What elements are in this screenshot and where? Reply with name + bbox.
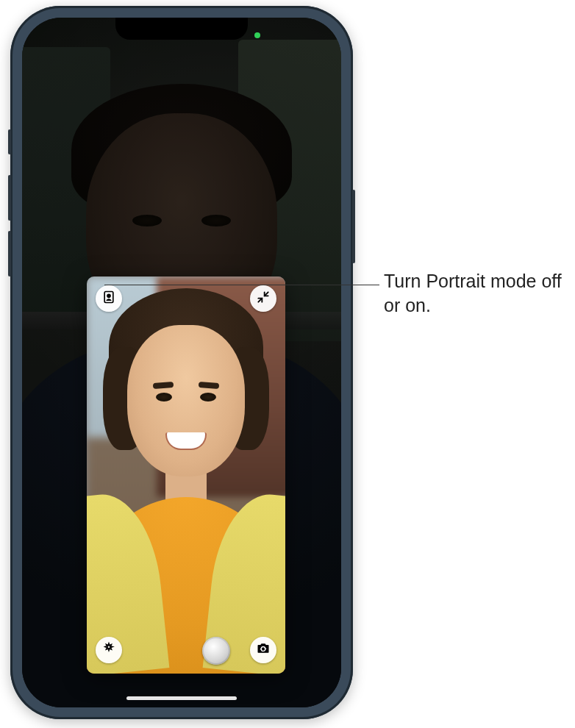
callout-text: Turn Portrait mode off or on. bbox=[384, 269, 568, 317]
flip-camera-button[interactable] bbox=[250, 637, 276, 663]
home-indicator[interactable] bbox=[126, 696, 237, 700]
shutter-button[interactable] bbox=[202, 637, 230, 665]
notch bbox=[115, 18, 248, 40]
effects-button[interactable] bbox=[96, 637, 122, 663]
callout-leader-line bbox=[104, 285, 379, 285]
mute-switch bbox=[8, 129, 11, 154]
iphone-screen bbox=[22, 18, 341, 707]
volume-up-button bbox=[8, 175, 11, 221]
camera-active-indicator bbox=[254, 32, 260, 38]
flip-camera-icon bbox=[256, 641, 271, 659]
portrait-mode-icon bbox=[101, 290, 116, 307]
portrait-mode-button[interactable] bbox=[96, 285, 122, 312]
volume-down-button bbox=[8, 231, 11, 276]
svg-point-2 bbox=[107, 646, 110, 649]
effects-icon bbox=[101, 641, 116, 659]
svg-point-1 bbox=[107, 294, 110, 297]
iphone-device-frame bbox=[10, 6, 353, 719]
minimize-button[interactable] bbox=[250, 285, 276, 312]
side-button bbox=[352, 190, 355, 263]
minimize-icon bbox=[256, 290, 271, 307]
self-view-tile[interactable] bbox=[87, 276, 285, 674]
